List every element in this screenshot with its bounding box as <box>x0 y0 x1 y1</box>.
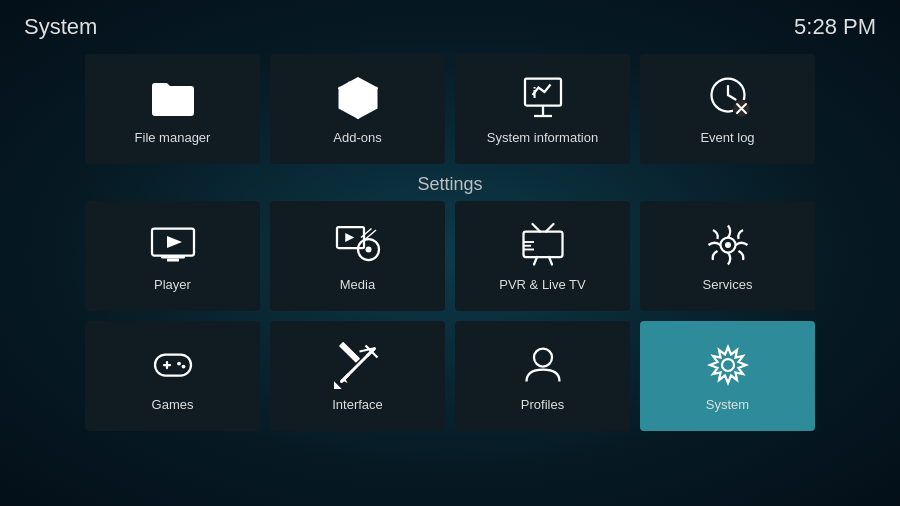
tile-label: Media <box>340 277 375 292</box>
tile-label: System information <box>487 130 598 145</box>
tile-pvr-live-tv[interactable]: PVR & Live TV <box>455 201 630 311</box>
tile-player[interactable]: Player <box>85 201 260 311</box>
media-icon <box>334 221 382 269</box>
section-label: Settings <box>0 174 900 195</box>
svg-rect-42 <box>338 341 359 362</box>
svg-point-51 <box>722 359 734 371</box>
svg-line-11 <box>728 95 736 100</box>
tile-label: Profiles <box>521 397 564 412</box>
gamepad-icon <box>149 341 197 389</box>
profile-icon <box>519 341 567 389</box>
tile-label: Interface <box>332 397 383 412</box>
tv-icon <box>519 221 567 269</box>
svg-point-39 <box>177 361 181 365</box>
svg-point-40 <box>181 364 185 368</box>
page-title: System <box>24 14 97 40</box>
presentation-icon: i <box>519 74 567 122</box>
svg-rect-19 <box>167 258 179 261</box>
tile-media[interactable]: Media <box>270 201 445 311</box>
svg-rect-18 <box>161 255 185 258</box>
tile-label: Services <box>703 277 753 292</box>
tile-event-log[interactable]: Event log <box>640 54 815 164</box>
svg-rect-26 <box>523 231 562 257</box>
folder-icon <box>149 74 197 122</box>
settings-row-2: Games Interface Profiles System <box>0 321 900 431</box>
tile-system-information[interactable]: i System information <box>455 54 630 164</box>
interface-icon <box>334 341 382 389</box>
top-row: File manager Add-ons i System informatio… <box>0 54 900 164</box>
tile-profiles[interactable]: Profiles <box>455 321 630 431</box>
svg-point-50 <box>534 348 552 366</box>
tile-add-ons[interactable]: Add-ons <box>270 54 445 164</box>
tile-label: PVR & Live TV <box>499 277 585 292</box>
tile-interface[interactable]: Interface <box>270 321 445 431</box>
header: System 5:28 PM <box>0 0 900 48</box>
event-log-icon <box>704 74 752 122</box>
settings-row-1: Player Media PVR & Live TV <box>0 201 900 311</box>
tile-label: System <box>706 397 749 412</box>
box-icon <box>334 74 382 122</box>
svg-marker-17 <box>167 236 182 248</box>
tile-label: Add-ons <box>333 130 381 145</box>
clock: 5:28 PM <box>794 14 876 40</box>
tile-file-manager[interactable]: File manager <box>85 54 260 164</box>
tile-label: Event log <box>700 130 754 145</box>
svg-point-35 <box>725 242 731 248</box>
tile-label: File manager <box>135 130 211 145</box>
tile-system[interactable]: System <box>640 321 815 431</box>
tile-games[interactable]: Games <box>85 321 260 431</box>
tile-label: Games <box>152 397 194 412</box>
svg-marker-21 <box>345 233 354 242</box>
tile-services[interactable]: Services <box>640 201 815 311</box>
tile-label: Player <box>154 277 191 292</box>
services-icon <box>704 221 752 269</box>
svg-rect-36 <box>155 354 191 375</box>
system-icon <box>704 341 752 389</box>
player-icon <box>149 221 197 269</box>
svg-point-23 <box>365 246 371 252</box>
